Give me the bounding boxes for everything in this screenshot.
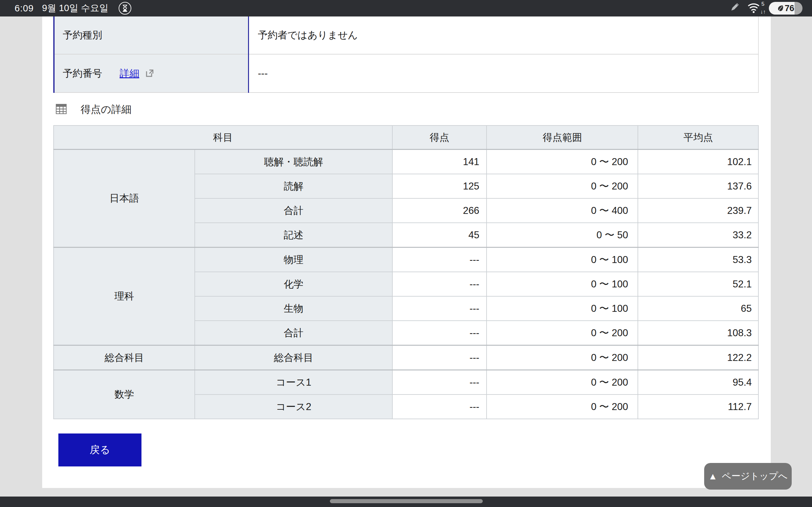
subject-cell: コース2 bbox=[195, 395, 392, 419]
reservation-type-value: 予約者ではありません bbox=[249, 16, 759, 54]
score-cell: 141 bbox=[392, 150, 487, 174]
average-cell: 108.3 bbox=[638, 321, 758, 345]
reservation-number-label: 予約番号 bbox=[63, 68, 102, 79]
subject-cell: 聴解・聴読解 bbox=[195, 150, 392, 174]
score-cell: --- bbox=[392, 272, 487, 296]
clock: 6:09 bbox=[14, 3, 34, 14]
group-cell: 日本語 bbox=[54, 150, 195, 247]
group-cell: 数学 bbox=[54, 370, 195, 419]
subject-cell: 読解 bbox=[195, 174, 392, 199]
reservation-type-label: 予約種別 bbox=[54, 16, 249, 54]
table-row: 数学コース1---0 〜 20095.4 bbox=[54, 370, 758, 395]
stylus-icon bbox=[729, 2, 740, 14]
reservation-table: 予約種別 予約者ではありません 予約番号詳細 --- bbox=[53, 16, 759, 93]
range-cell: 0 〜 50 bbox=[487, 223, 638, 247]
subject-cell: 記述 bbox=[195, 223, 392, 247]
subject-cell: 総合科目 bbox=[195, 345, 392, 370]
detail-link[interactable]: 詳細 bbox=[119, 68, 139, 79]
average-cell: 239.7 bbox=[638, 199, 758, 223]
header-range: 得点範囲 bbox=[487, 125, 638, 150]
battery-leaf-icon bbox=[777, 4, 783, 12]
status-date: 9월 10일 수요일 bbox=[42, 2, 108, 14]
back-button[interactable]: 戻る bbox=[58, 434, 142, 466]
range-cell: 0 〜 100 bbox=[487, 272, 638, 296]
score-cell: --- bbox=[392, 321, 487, 345]
score-cell: --- bbox=[392, 247, 487, 272]
score-cell: 125 bbox=[392, 174, 487, 199]
range-cell: 0 〜 200 bbox=[487, 150, 638, 174]
wifi-traffic-arrows: ↓↑ bbox=[760, 9, 766, 14]
range-cell: 0 〜 200 bbox=[487, 321, 638, 345]
range-cell: 0 〜 200 bbox=[487, 174, 638, 199]
score-cell: 45 bbox=[392, 223, 487, 247]
subject-cell: コース1 bbox=[195, 370, 392, 395]
subject-cell: 合計 bbox=[195, 321, 392, 345]
average-cell: 95.4 bbox=[638, 370, 758, 395]
score-cell: --- bbox=[392, 370, 487, 395]
battery-indicator: 76 bbox=[769, 2, 803, 14]
score-cell: --- bbox=[392, 345, 487, 370]
range-cell: 0 〜 100 bbox=[487, 296, 638, 321]
table-row: 日本語聴解・聴読解1410 〜 200102.1 bbox=[54, 150, 758, 174]
triangle-up-icon: ▲ bbox=[708, 471, 717, 482]
score-table: 科目 得点 得点範囲 平均点 日本語聴解・聴読解1410 〜 200102.1読… bbox=[53, 125, 759, 419]
section-title: 得点の詳細 bbox=[81, 103, 132, 117]
average-cell: 33.2 bbox=[638, 223, 758, 247]
table-row: 総合科目総合科目---0 〜 200122.2 bbox=[54, 345, 758, 370]
range-cell: 0 〜 200 bbox=[487, 370, 638, 395]
score-table-body: 日本語聴解・聴読解1410 〜 200102.1読解1250 〜 200137.… bbox=[54, 150, 758, 419]
score-cell: 266 bbox=[392, 199, 487, 223]
range-cell: 0 〜 200 bbox=[487, 345, 638, 370]
content-card: 予約種別 予約者ではありません 予約番号詳細 --- bbox=[42, 16, 771, 488]
reservation-number-value: --- bbox=[249, 54, 759, 93]
table-row: 予約種別 予約者ではありません bbox=[54, 16, 758, 54]
average-cell: 137.6 bbox=[638, 174, 758, 199]
subject-cell: 生物 bbox=[195, 296, 392, 321]
range-cell: 0 〜 100 bbox=[487, 247, 638, 272]
subject-cell: 合計 bbox=[195, 199, 392, 223]
page-top-button[interactable]: ▲ ページトップへ bbox=[704, 463, 792, 490]
battery-percent: 76 bbox=[785, 3, 794, 13]
header-score: 得点 bbox=[392, 125, 487, 150]
average-cell: 102.1 bbox=[638, 150, 758, 174]
external-link-icon bbox=[142, 69, 154, 80]
average-cell: 52.1 bbox=[638, 272, 758, 296]
table-grid-icon bbox=[56, 104, 67, 115]
navigation-bar bbox=[0, 497, 812, 507]
subject-cell: 物理 bbox=[195, 247, 392, 272]
page-top-label: ページトップへ bbox=[722, 470, 788, 483]
wifi-band-label: 5 bbox=[762, 1, 764, 7]
status-bar: 6:09 9월 10일 수요일 bbox=[0, 0, 812, 16]
hourglass-icon bbox=[119, 2, 131, 14]
subject-cell: 化学 bbox=[195, 272, 392, 296]
range-cell: 0 〜 400 bbox=[487, 199, 638, 223]
range-cell: 0 〜 200 bbox=[487, 395, 638, 419]
average-cell: 112.7 bbox=[638, 395, 758, 419]
table-header-row: 科目 得点 得点範囲 平均点 bbox=[54, 125, 758, 150]
group-cell: 総合科目 bbox=[54, 345, 195, 370]
header-subject: 科目 bbox=[54, 125, 392, 150]
home-indicator[interactable] bbox=[330, 499, 483, 503]
average-cell: 53.3 bbox=[638, 247, 758, 272]
average-cell: 65 bbox=[638, 296, 758, 321]
average-cell: 122.2 bbox=[638, 345, 758, 370]
header-average: 平均点 bbox=[638, 125, 758, 150]
score-cell: --- bbox=[392, 296, 487, 321]
group-cell: 理科 bbox=[54, 247, 195, 345]
score-section-header: 得点の詳細 bbox=[56, 103, 132, 117]
wifi-icon: 5 ↓↑ bbox=[747, 2, 761, 14]
table-row: 理科物理---0 〜 10053.3 bbox=[54, 247, 758, 272]
score-cell: --- bbox=[392, 395, 487, 419]
table-row: 予約番号詳細 --- bbox=[54, 54, 758, 93]
